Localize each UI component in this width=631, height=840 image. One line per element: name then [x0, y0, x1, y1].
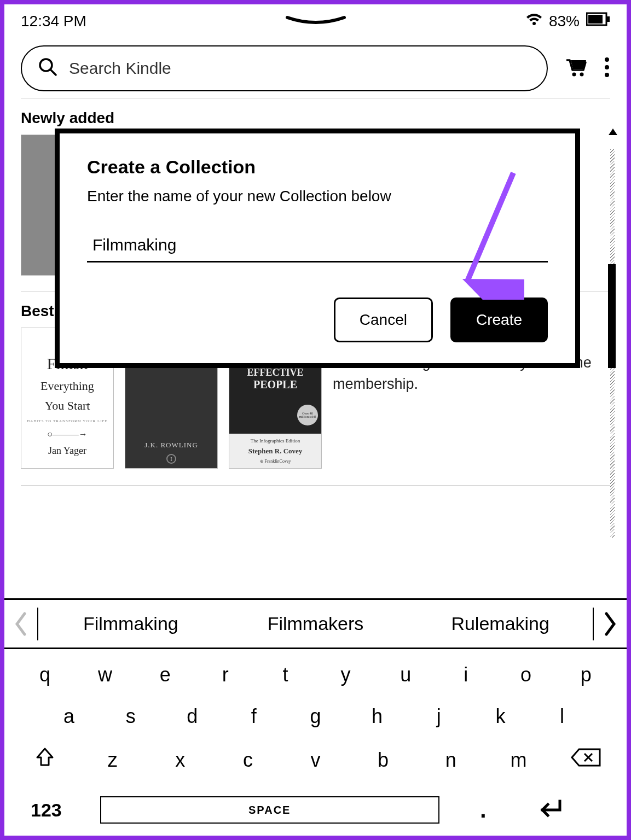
scrollbar[interactable]: [608, 133, 617, 538]
key-k[interactable]: k: [476, 705, 524, 728]
key-c[interactable]: c: [224, 749, 272, 772]
section-newly-added: Newly added: [4, 104, 627, 131]
create-button[interactable]: Create: [450, 298, 548, 342]
cart-icon[interactable]: [564, 57, 587, 80]
key-i[interactable]: i: [442, 663, 490, 686]
scroll-up-icon[interactable]: [608, 127, 618, 136]
svg-rect-1: [588, 15, 603, 24]
key-f[interactable]: f: [230, 705, 278, 728]
suggestion-word[interactable]: Filmmaking: [38, 613, 223, 634]
numbers-key[interactable]: 123: [31, 800, 62, 821]
key-x[interactable]: x: [156, 749, 204, 772]
dialog-subtitle: Enter the name of your new Collection be…: [87, 188, 548, 205]
clock: 12:34 PM: [21, 13, 86, 30]
key-z[interactable]: z: [89, 749, 137, 772]
create-collection-dialog: Create a Collection Enter the name of yo…: [55, 129, 580, 368]
dialog-title: Create a Collection: [87, 156, 548, 178]
key-p[interactable]: p: [562, 663, 610, 686]
cancel-button[interactable]: Cancel: [334, 298, 433, 342]
svg-line-4: [50, 69, 56, 75]
svg-point-5: [572, 73, 576, 77]
search-placeholder: Search Kindle: [69, 59, 171, 78]
key-w[interactable]: w: [81, 663, 129, 686]
svg-point-9: [605, 73, 609, 77]
svg-point-8: [605, 65, 609, 69]
key-l[interactable]: l: [538, 705, 586, 728]
key-j[interactable]: j: [415, 705, 463, 728]
enter-key[interactable]: [527, 799, 571, 821]
svg-point-6: [580, 73, 584, 77]
key-q[interactable]: q: [21, 663, 69, 686]
key-u[interactable]: u: [381, 663, 430, 686]
key-o[interactable]: o: [502, 663, 550, 686]
key-n[interactable]: n: [427, 749, 475, 772]
keyboard-row-3: z x c v b n m: [21, 746, 610, 773]
key-e[interactable]: e: [141, 663, 189, 686]
wifi-icon: [526, 13, 542, 30]
battery-icon: [586, 12, 610, 30]
search-input[interactable]: Search Kindle: [21, 45, 548, 91]
suggestion-word[interactable]: Filmmakers: [223, 613, 408, 634]
scroll-thumb[interactable]: [608, 264, 616, 368]
key-h[interactable]: h: [353, 705, 401, 728]
key-d[interactable]: d: [168, 705, 216, 728]
keyboard-row-1: q w e r t y u i o p: [21, 663, 610, 686]
suggestion-prev-icon[interactable]: [4, 611, 37, 637]
key-a[interactable]: a: [45, 705, 93, 728]
suggestion-word[interactable]: Rulemaking: [408, 613, 593, 634]
key-m[interactable]: m: [494, 749, 542, 772]
key-b[interactable]: b: [359, 749, 407, 772]
space-key[interactable]: SPACE: [100, 796, 439, 824]
key-g[interactable]: g: [292, 705, 340, 728]
svg-rect-2: [607, 16, 610, 22]
key-t[interactable]: t: [262, 663, 310, 686]
pull-down-handle[interactable]: [283, 15, 349, 30]
keyboard: Filmmaking Filmmakers Rulemaking q w e r…: [4, 598, 627, 836]
svg-point-7: [605, 57, 609, 62]
backspace-key[interactable]: [562, 748, 610, 772]
period-key[interactable]: .: [461, 797, 505, 823]
search-icon: [38, 57, 57, 80]
more-menu-icon[interactable]: [604, 56, 610, 80]
key-v[interactable]: v: [292, 749, 340, 772]
battery-percent: 83%: [549, 13, 580, 30]
key-r[interactable]: r: [201, 663, 250, 686]
collection-name-input[interactable]: [87, 231, 548, 262]
key-s[interactable]: s: [107, 705, 155, 728]
key-y[interactable]: y: [321, 663, 369, 686]
shift-key[interactable]: [21, 746, 69, 773]
keyboard-row-2: a s d f g h j k l: [21, 705, 610, 728]
suggestion-next-icon[interactable]: [594, 611, 627, 637]
